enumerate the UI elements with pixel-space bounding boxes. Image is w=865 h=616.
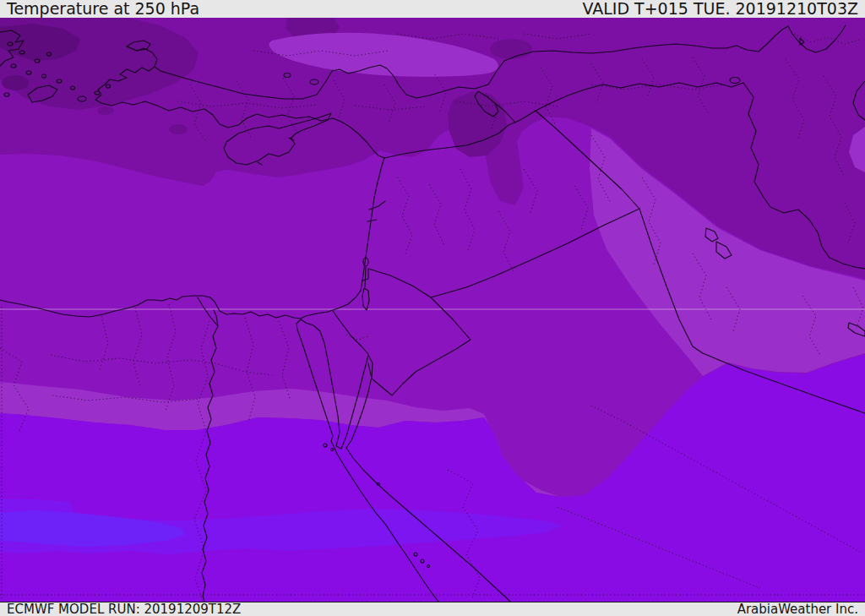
map-canvas bbox=[0, 18, 865, 602]
title-bar: Temperature at 250 hPa VALID T+015 TUE. … bbox=[0, 0, 865, 18]
model-run-label: ECMWF MODEL RUN: 20191209T12Z bbox=[7, 602, 241, 616]
credit-label: ArabiaWeather Inc. bbox=[737, 602, 858, 616]
valid-time-label: VALID T+015 TUE. 20191210T03Z bbox=[582, 0, 858, 18]
status-bar: ECMWF MODEL RUN: 20191209T12Z ArabiaWeat… bbox=[0, 602, 865, 616]
weather-map-app: { "header": { "title": "Temperature at 2… bbox=[0, 0, 865, 616]
page-title: Temperature at 250 hPa bbox=[7, 0, 199, 18]
